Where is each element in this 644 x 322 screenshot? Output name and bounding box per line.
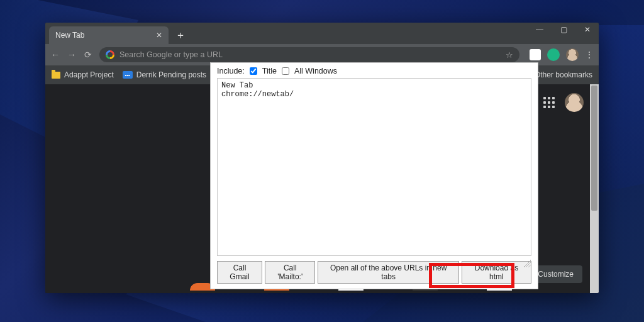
forward-icon[interactable]: → [67,50,77,60]
scrollbar[interactable] [590,84,599,293]
maximize-button[interactable]: ▢ [556,25,571,34]
tab-strip: New Tab ✕ ＋ — ▢ ✕ [45,23,599,44]
extension-popup: Include: Title All Windows Call Gmail Ca… [210,62,538,289]
new-tab-button[interactable]: ＋ [172,27,189,43]
extension-icon[interactable] [530,49,541,60]
popup-options-row: Include: Title All Windows [211,63,538,78]
popup-button-row: Call Gmail Call 'Mailto:' Open all of th… [211,258,538,289]
apps-grid-icon[interactable] [543,97,555,108]
open-all-urls-button[interactable]: Open all of the above URLs in new tabs [318,261,458,284]
omnibox[interactable]: Search Google or type a URL ☆ [99,47,519,62]
resize-grip-icon[interactable] [523,260,531,267]
reload-icon[interactable]: ⟳ [83,50,93,60]
browser-tab[interactable]: New Tab ✕ [49,26,169,44]
extension-icon-grammarly[interactable] [547,48,560,61]
profile-avatar-icon[interactable] [566,48,579,61]
all-windows-checkbox[interactable] [282,67,289,75]
bookmark-item[interactable]: Adappt Project [52,70,114,79]
bookmark-item[interactable]: ••• Derrik Pending posts [123,70,206,79]
window-controls: — ▢ ✕ [532,25,595,34]
omnibox-placeholder: Search Google or type a URL [119,50,223,59]
tab-title: New Tab [55,31,84,40]
chrome-menu-icon[interactable]: ⋮ [585,50,594,60]
minimize-button[interactable]: — [532,25,547,34]
title-checkbox-label: Title [262,67,277,75]
download-as-html-button[interactable]: Download as html [462,261,531,284]
bookmark-label: Derrik Pending posts [136,70,206,79]
extension-icons: ⋮ [526,48,594,61]
bookmark-star-icon[interactable]: ☆ [506,50,513,60]
customize-label: Customize [538,270,574,279]
close-window-button[interactable]: ✕ [580,25,595,34]
title-checkbox[interactable] [250,67,257,75]
all-windows-checkbox-label: All Windows [294,67,337,75]
folder-icon [52,72,60,79]
call-gmail-button[interactable]: Call Gmail [217,261,262,284]
urls-textarea[interactable] [217,78,531,256]
other-bookmarks[interactable]: Other bookmarks [535,70,592,79]
back-icon[interactable]: ← [50,50,60,60]
bookmark-label: Adappt Project [64,70,114,79]
account-avatar[interactable] [565,93,584,112]
include-label: Include: [217,67,245,75]
google-icon [106,50,114,59]
call-mailto-button[interactable]: Call 'Mailto:' [265,261,315,284]
site-icon: ••• [123,71,133,79]
close-tab-icon[interactable]: ✕ [156,31,162,40]
other-bookmarks-label: Other bookmarks [535,70,592,79]
